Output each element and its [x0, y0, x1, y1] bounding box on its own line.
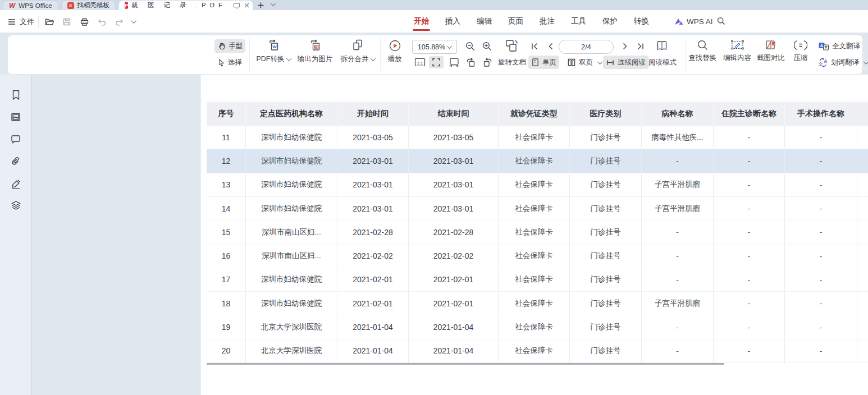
find-replace-button[interactable]: 查找替换: [686, 39, 719, 63]
ribbon-search-icon[interactable]: [716, 16, 726, 26]
ribbon-tab-批注[interactable]: 批注: [540, 10, 555, 33]
new-tab-plus-icon[interactable]: [257, 2, 264, 9]
ribbon-tab-转换[interactable]: 转换: [634, 10, 649, 33]
rotate-left-button[interactable]: [464, 56, 477, 68]
ribbon-tab-工具[interactable]: 工具: [571, 10, 586, 33]
table-row[interactable]: 11深圳市妇幼保健院2021-03-052021-03-05社会保障卡门诊挂号病…: [207, 126, 868, 149]
tab-document-pdf[interactable]: P 就 医 记 录 .PDF: [119, 1, 253, 10]
first-page-button[interactable]: [528, 40, 541, 53]
wps-ai-logo-icon: [674, 17, 684, 26]
table-row[interactable]: 12深圳市妇幼保健院2021-03-012021-03-01社会保障卡门诊挂号-…: [207, 149, 868, 173]
open-file-icon[interactable]: [43, 15, 56, 29]
thumbnail-image-icon[interactable]: [10, 111, 22, 123]
read-mode-button[interactable]: 阅读模式: [646, 56, 679, 69]
zoom-in-button[interactable]: [479, 40, 494, 53]
table-cell: 社会保障卡: [499, 173, 570, 197]
full-translate-button[interactable]: A 全文翻译: [815, 39, 863, 53]
undo-icon[interactable]: [95, 15, 108, 29]
print-icon[interactable]: [77, 15, 91, 29]
fit-width-button[interactable]: [447, 56, 462, 68]
ribbon-tab-开始[interactable]: 开始: [414, 10, 429, 33]
hand-icon: [217, 42, 226, 50]
signature-pen-icon[interactable]: [10, 178, 22, 190]
table-cell: 16: [207, 244, 246, 268]
split-merge-icon: [350, 38, 365, 53]
table-cell: 社会保障卡: [499, 339, 570, 363]
hand-tool-button[interactable]: 手型: [214, 39, 245, 53]
double-page-button[interactable]: 双页: [564, 56, 605, 69]
tab-screen-icon[interactable]: [233, 2, 240, 9]
play-button[interactable]: 播放: [381, 39, 408, 64]
rotate-doc-icon[interactable]: [501, 38, 523, 54]
attachment-icon[interactable]: [10, 155, 22, 168]
zoom-level-select[interactable]: 105.88%: [412, 40, 457, 54]
pdf-convert-button[interactable]: W PDF转换: [253, 38, 294, 64]
table-cell: 门诊挂号: [570, 197, 642, 221]
comment-icon[interactable]: [10, 133, 22, 145]
single-page-button[interactable]: 单页: [528, 56, 559, 69]
tab-wps-ai[interactable]: WPS AI: [674, 10, 713, 33]
ribbon-tab-编辑[interactable]: 编辑: [477, 10, 492, 33]
tab-docer-templates[interactable]: d 找稻壳模板: [61, 0, 116, 10]
layers-icon[interactable]: [10, 199, 22, 212]
chevron-down-icon: [286, 56, 291, 61]
rotate-doc-button[interactable]: 旋转文档: [495, 56, 529, 69]
compress-button[interactable]: 压缩: [789, 39, 812, 63]
tab-wps-office[interactable]: W WPS Office: [3, 0, 58, 10]
docer-icon: d: [67, 2, 74, 9]
export-image-button[interactable]: 输出为图片: [295, 38, 335, 64]
edit-content-button[interactable]: 编辑内容: [721, 39, 753, 63]
svg-text:文: 文: [818, 61, 823, 67]
split-merge-button[interactable]: 拆分合并: [337, 38, 378, 64]
table-cell: 深圳市妇幼保健院: [246, 149, 337, 173]
table-cell: 深圳市妇幼保健院: [246, 173, 337, 197]
wps-logo-icon: W: [9, 2, 15, 10]
table-cell: 17: [207, 268, 246, 292]
close-icon[interactable]: [244, 2, 250, 8]
table-row[interactable]: 20北京大学深圳医院2021-01-042021-01-04社会保障卡门诊挂号-…: [207, 339, 868, 363]
redo-icon[interactable]: [112, 15, 126, 29]
continuous-read-button[interactable]: 连续阅读: [603, 56, 648, 69]
medical-records-table: 序号定点医药机构名称开始时间结束时间就诊凭证类型医疗类别病种名称住院主诊断名称手…: [207, 102, 868, 363]
table-cell: 2021-03-05: [409, 126, 499, 149]
zoom-100-button[interactable]: 1:1: [413, 56, 427, 68]
table-cell: 病毒性其他疾...: [642, 126, 714, 149]
tab-list-chevron-icon[interactable]: [271, 1, 276, 6]
table-cell: 深圳市妇幼保健院: [246, 197, 337, 221]
table-cell: 门诊挂号: [570, 268, 642, 292]
word-translate-button[interactable]: 文 A 划词翻译: [815, 56, 868, 69]
prev-page-button[interactable]: [543, 40, 557, 53]
select-tool-button[interactable]: 选择: [214, 56, 245, 69]
main-menu-icon[interactable]: [8, 19, 16, 25]
file-menu[interactable]: 文件: [20, 17, 34, 27]
next-page-button[interactable]: [618, 40, 632, 53]
compress-icon: [794, 39, 807, 52]
single-page-icon: [531, 58, 540, 67]
table-cell: 门诊挂号: [570, 339, 642, 363]
read-mode-icon[interactable]: [654, 39, 670, 53]
table-cell: 18: [207, 292, 246, 315]
ribbon-tab-页面[interactable]: 页面: [508, 10, 523, 33]
rotate-right-button[interactable]: [481, 56, 494, 68]
table-row[interactable]: 14深圳市妇幼保健院2021-03-012021-03-01社会保障卡门诊挂号子…: [207, 197, 868, 221]
table-row[interactable]: 16深圳市南山区妇...2021-02-022021-02-02社会保障卡门诊挂…: [207, 244, 868, 268]
page-number-input[interactable]: 2/4: [559, 40, 614, 54]
svg-text:1:1: 1:1: [417, 61, 423, 66]
save-icon[interactable]: [60, 15, 74, 29]
chevron-down-icon: [370, 56, 376, 61]
table-row[interactable]: 18深圳市妇幼保健院2021-02-012021-02-01社会保障卡门诊挂号子…: [207, 292, 868, 315]
table-cell: [857, 197, 868, 221]
quickbar-chevron-icon[interactable]: [131, 18, 137, 24]
last-page-button[interactable]: [633, 40, 647, 53]
ribbon-tab-保护[interactable]: 保护: [602, 10, 618, 33]
table-row[interactable]: 13深圳市妇幼保健院2021-03-012021-03-01社会保障卡门诊挂号子…: [207, 173, 868, 197]
table-row[interactable]: 15深圳市南山区妇...2021-02-282021-02-28社会保障卡门诊挂…: [207, 221, 868, 244]
bookmark-icon[interactable]: [10, 89, 22, 101]
fit-page-button[interactable]: [429, 56, 444, 68]
table-row[interactable]: 19北京大学深圳医院2021-01-042021-01-04社会保障卡门诊挂号-…: [207, 315, 868, 339]
zoom-out-button[interactable]: [463, 40, 477, 53]
table-row[interactable]: 17深圳市妇幼保健院2021-02-012021-02-01社会保障卡门诊挂号-…: [207, 268, 868, 292]
ribbon-tab-插入[interactable]: 插入: [445, 10, 460, 33]
table-cell: 深圳市妇幼保健院: [246, 268, 337, 292]
screenshot-compare-button[interactable]: 截图对比: [755, 39, 787, 63]
